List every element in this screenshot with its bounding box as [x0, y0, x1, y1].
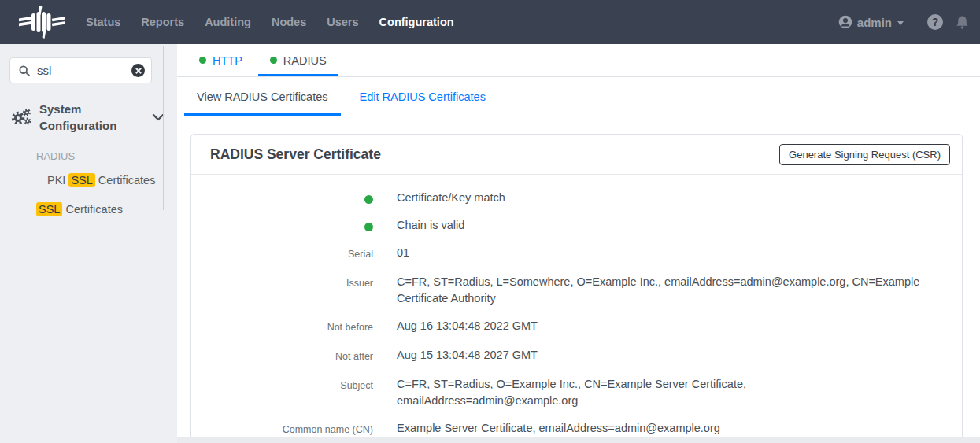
status-dot-icon	[270, 57, 277, 64]
sidebar-item[interactable]: SSL Certificates	[0, 202, 177, 216]
user-name: admin	[857, 16, 892, 29]
certificate-row: Not after Aug 15 13:04:48 2027 GMT	[210, 341, 943, 371]
search-input[interactable]	[37, 64, 131, 77]
subtab[interactable]: View RADIUS Certificates	[184, 77, 341, 116]
sidebar-item-text: Certificates	[62, 203, 123, 216]
notifications-button[interactable]	[956, 15, 969, 30]
navbar-item-auditing[interactable]: Auditing	[194, 0, 261, 44]
tab-label: HTTP	[213, 54, 242, 67]
help-button[interactable]: ?	[927, 14, 943, 30]
sidebar-item-text: PKI	[47, 174, 68, 186]
sidebar-items: PKI SSL Certificates SSL Certificates	[0, 173, 177, 216]
navbar-item-reports[interactable]: Reports	[131, 0, 194, 44]
navbar: StatusReportsAuditingNodesUsersConfigura…	[0, 0, 980, 44]
search-highlight: SSL	[68, 173, 94, 187]
cogs-icon	[10, 107, 32, 127]
question-icon: ?	[932, 16, 939, 28]
subtabs-row: View RADIUS Certificates Edit RADIUS Cer…	[177, 77, 980, 116]
tab-http[interactable]: HTTP	[187, 44, 254, 76]
tab-radius[interactable]: RADIUS	[258, 44, 338, 76]
subtab-label: View RADIUS Certificates	[197, 90, 328, 103]
sidebar-item[interactable]: PKI SSL Certificates	[0, 173, 177, 187]
certificate-row: Serial 01	[210, 239, 943, 268]
row-label: Serial	[210, 245, 373, 263]
subtab-label: Edit RADIUS Certificates	[360, 90, 486, 103]
certificate-row: Not before Aug 16 13:04:48 2022 GMT	[210, 312, 943, 341]
subtab[interactable]: Edit RADIUS Certificates	[347, 77, 498, 116]
search-highlight: SSL	[36, 202, 62, 216]
status-dot-icon	[199, 57, 206, 64]
navbar-item-users[interactable]: Users	[316, 0, 368, 44]
row-value: C=FR, ST=Radius, L=Somewhere, O=Example …	[397, 274, 943, 307]
card-body: Certificate/Key match Chain is valid Ser…	[191, 175, 962, 443]
packetfence-logo-icon[interactable]	[14, 5, 69, 39]
horizontal-scrollbar[interactable]	[177, 437, 980, 443]
row-label	[210, 190, 373, 206]
user-icon	[838, 15, 852, 29]
certificate-row: Subject C=FR, ST=Radius, O=Example Inc.,…	[210, 371, 943, 415]
certificate-row: Issuer C=FR, ST=Radius, L=Somewhere, O=E…	[210, 268, 943, 312]
row-value: C=FR, ST=Radius, O=Example Inc., CN=Exam…	[397, 376, 943, 409]
certificate-row: Chain is valid	[210, 212, 943, 239]
sidebar-search	[9, 57, 152, 83]
row-label: Not before	[210, 318, 373, 336]
row-label	[210, 217, 373, 234]
user-menu[interactable]: admin	[838, 15, 904, 29]
row-value: 01	[397, 245, 943, 263]
row-label: Subject	[210, 376, 373, 409]
sidebar: System Configuration RADIUS PKI SSL Cert…	[0, 44, 177, 443]
sidebar-group-header: RADIUS	[0, 150, 177, 162]
navbar-item-configuration[interactable]: Configuration	[369, 0, 464, 44]
row-value: Aug 15 13:04:48 2027 GMT	[397, 347, 943, 365]
row-label: Common name (CN)	[210, 420, 373, 438]
row-value: Example Server Certificate, emailAddress…	[397, 420, 943, 438]
sidebar-section-label: System Configuration	[39, 101, 128, 134]
generate-csr-button[interactable]: Generate Signing Request (CSR)	[779, 144, 950, 165]
card-header: RADIUS Server Certificate Generate Signi…	[191, 135, 962, 175]
search-icon	[19, 65, 30, 76]
caret-down-icon	[897, 21, 904, 25]
tab-label: RADIUS	[283, 54, 327, 67]
status-ok-dot-icon	[364, 195, 373, 204]
navbar-item-status[interactable]: Status	[76, 0, 131, 44]
bell-icon	[956, 15, 969, 30]
navbar-right: admin ?	[838, 14, 974, 30]
main-content: HTTP RADIUS View RADIUS Certificates Edi…	[177, 44, 980, 443]
certificate-row: Certificate/Key match	[210, 184, 943, 212]
sidebar-divider	[163, 46, 164, 210]
row-value: Certificate/Key match	[397, 190, 943, 206]
clear-search-icon[interactable]	[131, 64, 145, 77]
row-value: Aug 16 13:04:48 2022 GMT	[397, 318, 943, 336]
navbar-item-nodes[interactable]: Nodes	[261, 0, 316, 44]
row-value: Chain is valid	[397, 217, 943, 234]
status-ok-dot-icon	[364, 223, 373, 231]
sidebar-section-system-configuration[interactable]: System Configuration	[0, 101, 177, 134]
navbar-menu: StatusReportsAuditingNodesUsersConfigura…	[76, 0, 464, 44]
page-body: System Configuration RADIUS PKI SSL Cert…	[0, 44, 980, 443]
certificate-card: RADIUS Server Certificate Generate Signi…	[190, 134, 963, 443]
sidebar-item-text: Certificates	[95, 174, 156, 186]
tabs-row: HTTP RADIUS	[177, 44, 980, 77]
row-label: Not after	[210, 347, 373, 365]
card-title: RADIUS Server Certificate	[210, 146, 381, 163]
row-label: Issuer	[210, 274, 373, 307]
